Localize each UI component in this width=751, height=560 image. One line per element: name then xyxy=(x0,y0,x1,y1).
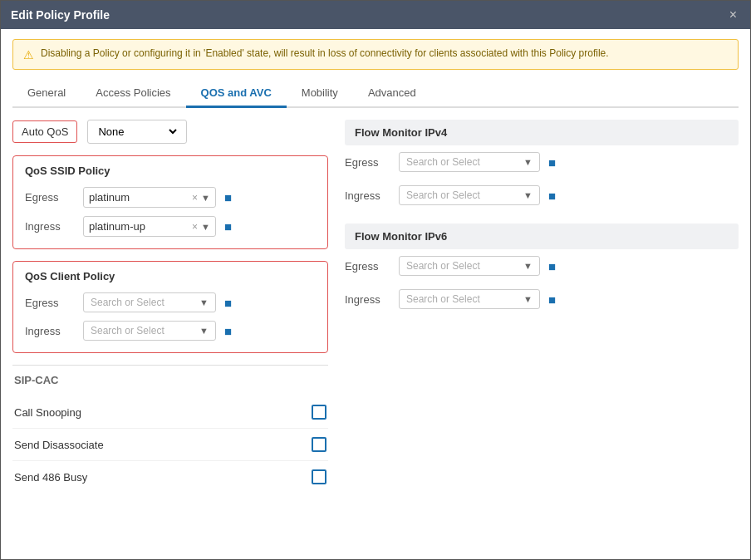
flow-ipv6-egress-placeholder: Search or Select xyxy=(406,260,520,272)
qos-client-egress-select[interactable]: Search or Select ▼ xyxy=(83,292,216,312)
call-snooping-checkbox[interactable] xyxy=(312,405,326,420)
qos-ssid-egress-edit-icon[interactable]: ■ xyxy=(224,190,232,204)
right-column: Flow Monitor IPv4 Egress Search or Selec… xyxy=(345,120,739,551)
flow-ipv6-ingress-row: Ingress Search or Select ▼ ■ xyxy=(345,282,739,316)
flow-monitor-ipv4-section: Flow Monitor IPv4 Egress Search or Selec… xyxy=(345,120,739,212)
tab-advanced[interactable]: Advanced xyxy=(353,80,431,108)
flow-ipv6-egress-select[interactable]: Search or Select ▼ xyxy=(399,256,540,276)
flow-ipv6-egress-edit-icon[interactable]: ■ xyxy=(548,259,556,273)
send-disassociate-label: Send Disassociate xyxy=(14,439,104,451)
qos-ssid-egress-value: platinum xyxy=(89,191,189,204)
warning-text: Disabling a Policy or configuring it in … xyxy=(41,47,609,59)
auto-qos-label: Auto QoS xyxy=(12,120,77,143)
sip-cac-section: SIP-CAC Call Snooping Send Disassociate … xyxy=(12,365,328,493)
qos-ssid-policy-title: QoS SSID Policy xyxy=(25,165,316,177)
flow-ipv4-ingress-arrow: ▼ xyxy=(523,190,533,200)
flow-ipv4-egress-placeholder: Search or Select xyxy=(406,156,520,168)
qos-client-ingress-arrow: ▼ xyxy=(199,326,209,336)
qos-ssid-egress-clear[interactable]: × xyxy=(192,192,198,204)
send-disassociate-checkbox[interactable] xyxy=(312,437,326,452)
modal-close-button[interactable]: × xyxy=(726,7,740,22)
tab-qos-avc[interactable]: QOS and AVC xyxy=(186,80,287,108)
qos-ssid-ingress-arrow: ▼ xyxy=(201,222,210,232)
flow-ipv6-ingress-edit-icon[interactable]: ■ xyxy=(548,292,556,307)
flow-monitor-ipv4-title: Flow Monitor IPv4 xyxy=(345,120,739,145)
call-snooping-row: Call Snooping xyxy=(12,396,328,429)
send-disassociate-row: Send Disassociate xyxy=(12,429,328,461)
flow-ipv4-egress-row: Egress Search or Select ▼ ■ xyxy=(345,145,739,179)
send-486-busy-label: Send 486 Busy xyxy=(14,471,87,484)
qos-client-policy-title: QoS Client Policy xyxy=(25,270,316,282)
tab-mobility[interactable]: Mobility xyxy=(287,80,353,108)
auto-qos-select-input[interactable]: None xyxy=(95,125,179,139)
qos-client-egress-edit-icon[interactable]: ■ xyxy=(224,296,232,310)
auto-qos-row: Auto QoS None xyxy=(12,120,328,144)
qos-ssid-ingress-row: Ingress platinum-up × ▼ ■ xyxy=(25,216,316,237)
qos-client-egress-arrow: ▼ xyxy=(199,297,209,307)
modal-body: ⚠ Disabling a Policy or configuring it i… xyxy=(1,29,750,559)
flow-ipv4-egress-arrow: ▼ xyxy=(523,157,533,167)
qos-ssid-ingress-label: Ingress xyxy=(25,220,75,233)
flow-ipv6-ingress-label: Ingress xyxy=(345,293,390,306)
qos-ssid-egress-row: Egress platinum × ▼ ■ xyxy=(25,187,316,208)
qos-client-ingress-select[interactable]: Search or Select ▼ xyxy=(83,321,216,341)
send-486-busy-checkbox[interactable] xyxy=(312,469,326,484)
flow-ipv6-egress-row: Egress Search or Select ▼ ■ xyxy=(345,249,739,282)
qos-client-policy-box: QoS Client Policy Egress Search or Selec… xyxy=(12,261,328,353)
qos-ssid-egress-select[interactable]: platinum × ▼ xyxy=(83,187,216,208)
qos-client-ingress-row: Ingress Search or Select ▼ ■ xyxy=(25,321,316,341)
tab-access-policies[interactable]: Access Policies xyxy=(81,80,185,108)
flow-monitor-ipv6-section: Flow Monitor IPv6 Egress Search or Selec… xyxy=(345,224,739,316)
qos-client-ingress-label: Ingress xyxy=(25,325,75,337)
send-486-busy-row: Send 486 Busy xyxy=(12,461,328,493)
call-snooping-label: Call Snooping xyxy=(14,406,81,419)
qos-client-egress-label: Egress xyxy=(25,297,75,309)
flow-monitor-ipv6-title: Flow Monitor IPv6 xyxy=(345,224,739,249)
flow-ipv6-egress-label: Egress xyxy=(345,260,390,273)
flow-ipv4-ingress-edit-icon[interactable]: ■ xyxy=(548,189,556,203)
flow-ipv4-ingress-select[interactable]: Search or Select ▼ xyxy=(399,185,540,205)
flow-ipv4-ingress-placeholder: Search or Select xyxy=(406,189,520,201)
flow-ipv4-egress-edit-icon[interactable]: ■ xyxy=(548,155,556,169)
flow-ipv6-egress-arrow: ▼ xyxy=(523,261,533,271)
qos-ssid-ingress-value: platinum-up xyxy=(89,220,189,233)
qos-ssid-policy-box: QoS SSID Policy Egress platinum × ▼ ■ In… xyxy=(12,155,328,249)
flow-ipv6-ingress-select[interactable]: Search or Select ▼ xyxy=(399,289,540,309)
flow-ipv6-ingress-placeholder: Search or Select xyxy=(406,293,520,305)
flow-ipv4-egress-label: Egress xyxy=(345,156,390,169)
flow-ipv4-ingress-row: Ingress Search or Select ▼ ■ xyxy=(345,179,739,212)
qos-ssid-egress-arrow: ▼ xyxy=(201,193,210,203)
tab-general[interactable]: General xyxy=(12,80,81,108)
modal-header: Edit Policy Profile × xyxy=(1,1,750,29)
flow-ipv6-ingress-arrow: ▼ xyxy=(523,294,533,304)
content-area: Auto QoS None QoS SSID Policy Egress pla… xyxy=(1,108,750,559)
flow-ipv4-egress-select[interactable]: Search or Select ▼ xyxy=(399,152,540,172)
flow-ipv4-ingress-label: Ingress xyxy=(345,189,390,202)
sip-cac-title: SIP-CAC xyxy=(12,374,328,386)
qos-client-egress-placeholder: Search or Select xyxy=(91,297,196,308)
qos-client-ingress-placeholder: Search or Select xyxy=(91,325,196,336)
qos-ssid-egress-label: Egress xyxy=(25,191,75,204)
left-column: Auto QoS None QoS SSID Policy Egress pla… xyxy=(12,120,328,551)
warning-banner: ⚠ Disabling a Policy or configuring it i… xyxy=(12,39,739,70)
qos-client-ingress-edit-icon[interactable]: ■ xyxy=(224,324,232,338)
auto-qos-select[interactable]: None xyxy=(87,120,187,144)
qos-client-egress-row: Egress Search or Select ▼ ■ xyxy=(25,292,316,312)
qos-ssid-ingress-edit-icon[interactable]: ■ xyxy=(224,219,232,233)
qos-ssid-ingress-select[interactable]: platinum-up × ▼ xyxy=(83,216,216,237)
tabs-row: General Access Policies QOS and AVC Mobi… xyxy=(12,80,739,108)
qos-ssid-ingress-clear[interactable]: × xyxy=(192,221,198,233)
modal-title: Edit Policy Profile xyxy=(11,8,110,22)
warning-icon: ⚠ xyxy=(23,48,34,61)
